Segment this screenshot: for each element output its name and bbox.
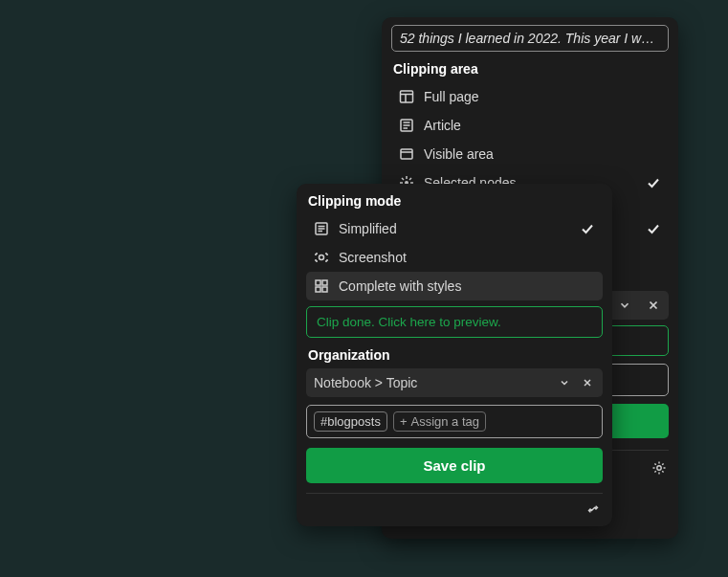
check-icon xyxy=(646,175,661,190)
option-label: Visible area xyxy=(424,146,661,162)
visible-area-icon xyxy=(399,146,414,162)
svg-line-17 xyxy=(409,178,411,180)
clipper-panel-front: Clipping mode Simplified Screenshot Comp… xyxy=(297,184,612,526)
plus-icon: + xyxy=(400,414,408,429)
area-option-full-page[interactable]: Full page xyxy=(391,82,669,111)
svg-rect-28 xyxy=(316,287,320,292)
mode-option-simplified[interactable]: Simplified xyxy=(306,214,603,243)
option-label: Complete with styles xyxy=(339,278,595,294)
mode-option-screenshot[interactable]: Screenshot xyxy=(306,243,603,272)
svg-rect-27 xyxy=(322,280,327,285)
svg-point-33 xyxy=(595,505,596,506)
option-label: Full page xyxy=(424,89,661,104)
check-icon xyxy=(580,221,595,236)
notebook-path: Notebook > Topic xyxy=(314,375,549,390)
check-icon xyxy=(646,221,661,236)
close-icon[interactable] xyxy=(580,375,595,390)
full-page-icon xyxy=(399,89,414,104)
mode-option-complete[interactable]: Complete with styles xyxy=(306,272,603,300)
preview-link[interactable]: Clip done. Click here to preview. xyxy=(306,306,603,338)
svg-rect-29 xyxy=(322,287,327,292)
simplified-icon xyxy=(314,221,329,236)
gear-icon[interactable] xyxy=(651,460,667,476)
option-label: Simplified xyxy=(339,221,570,236)
assign-tag-label: Assign a tag xyxy=(410,414,479,429)
screenshot-icon xyxy=(314,250,329,265)
svg-rect-26 xyxy=(316,280,320,285)
complete-styles-icon xyxy=(314,278,329,294)
notebook-select[interactable]: Notebook > Topic xyxy=(306,368,603,397)
tag-chip[interactable]: #blogposts xyxy=(314,411,387,432)
chevron-down-icon[interactable] xyxy=(557,375,572,390)
clipping-mode-title: Clipping mode xyxy=(308,193,601,209)
tag-input[interactable]: #blogposts + Assign a tag xyxy=(306,405,603,438)
area-option-article[interactable]: Article xyxy=(391,111,669,140)
clip-title-input[interactable]: 52 things I learned in 2022. This year I… xyxy=(391,25,669,52)
chevron-down-icon xyxy=(617,298,632,313)
svg-point-25 xyxy=(320,255,324,260)
option-label: Article xyxy=(424,118,661,133)
article-icon xyxy=(399,118,414,133)
svg-point-20 xyxy=(657,466,661,470)
assign-tag-button[interactable]: + Assign a tag xyxy=(393,411,486,432)
option-label: Screenshot xyxy=(339,250,595,265)
clipping-area-title: Clipping area xyxy=(393,61,667,77)
save-clip-button[interactable]: Save clip xyxy=(306,448,603,483)
settings-icon[interactable] xyxy=(585,501,601,517)
svg-line-14 xyxy=(402,178,404,180)
organization-title: Organization xyxy=(308,347,601,363)
svg-point-32 xyxy=(589,511,590,512)
svg-rect-7 xyxy=(401,149,412,159)
svg-rect-0 xyxy=(401,91,413,102)
area-option-visible-area[interactable]: Visible area xyxy=(391,140,669,168)
close-icon[interactable] xyxy=(646,298,661,313)
